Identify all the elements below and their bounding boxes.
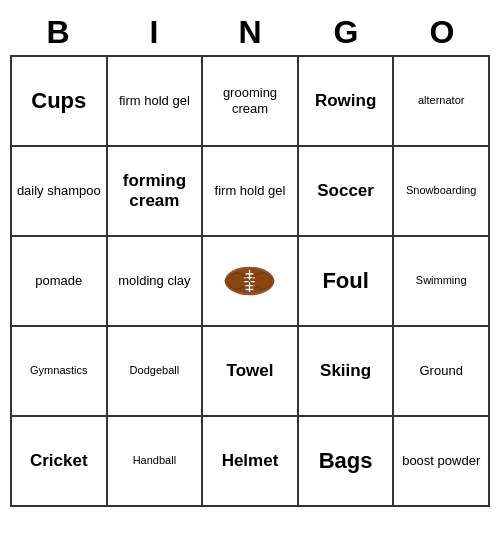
- cell-3-2: Towel: [203, 327, 299, 417]
- cell-0-2: grooming cream: [203, 57, 299, 147]
- header-b: B: [10, 10, 106, 55]
- cell-4-2: Helmet: [203, 417, 299, 507]
- cell-3-4: Ground: [394, 327, 490, 417]
- cell-2-3: Foul: [299, 237, 395, 327]
- cell-0-3: Rowing: [299, 57, 395, 147]
- bingo-card: B I N G O Cups firm hold gel grooming cr…: [10, 10, 490, 507]
- cell-0-0: Cups: [12, 57, 108, 147]
- cell-0-4: alternator: [394, 57, 490, 147]
- cell-1-1: forming cream: [108, 147, 204, 237]
- cell-4-1: Handball: [108, 417, 204, 507]
- cell-4-3: Bags: [299, 417, 395, 507]
- header-g: G: [298, 10, 394, 55]
- cell-1-0: daily shampoo: [12, 147, 108, 237]
- cell-2-4: Swimming: [394, 237, 490, 327]
- cell-1-2: firm hold gel: [203, 147, 299, 237]
- cell-1-3: Soccer: [299, 147, 395, 237]
- cell-3-1: Dodgeball: [108, 327, 204, 417]
- cell-3-0: Gymnastics: [12, 327, 108, 417]
- cell-2-0: pomade: [12, 237, 108, 327]
- cell-4-0: Cricket: [12, 417, 108, 507]
- cell-3-3: Skiing: [299, 327, 395, 417]
- bingo-header: B I N G O: [10, 10, 490, 55]
- bingo-grid: Cups firm hold gel grooming cream Rowing…: [10, 55, 490, 507]
- cell-4-4: boost powder: [394, 417, 490, 507]
- header-i: I: [106, 10, 202, 55]
- cell-1-4: Snowboarding: [394, 147, 490, 237]
- header-o: O: [394, 10, 490, 55]
- cell-2-2-football: [203, 237, 299, 327]
- cell-0-1: firm hold gel: [108, 57, 204, 147]
- cell-2-1: molding clay: [108, 237, 204, 327]
- football-icon: [217, 256, 282, 306]
- header-n: N: [202, 10, 298, 55]
